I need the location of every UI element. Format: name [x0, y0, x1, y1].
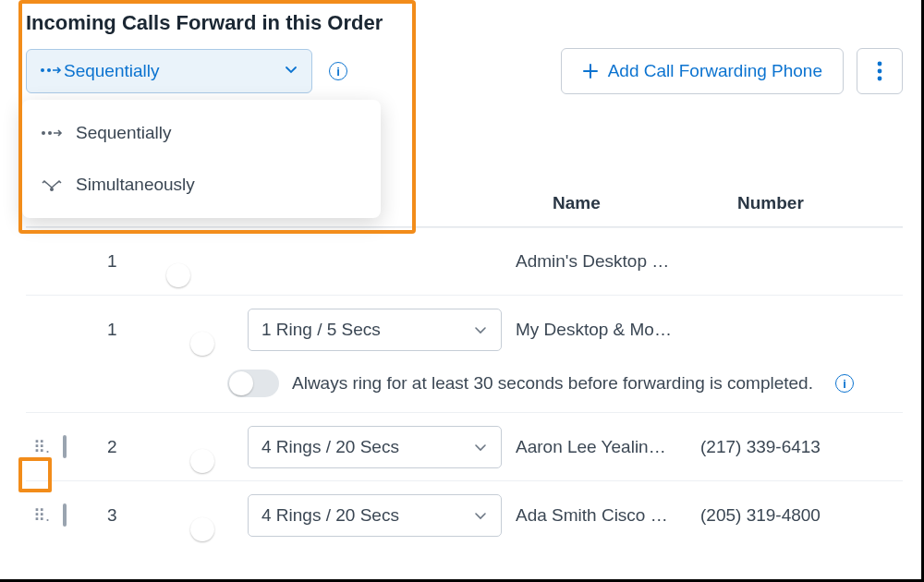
drag-handle[interactable]: ⠿.	[26, 505, 63, 526]
always-info-icon[interactable]: i	[835, 374, 854, 393]
dropdown-option-sequentially[interactable]: Sequentially	[22, 107, 381, 159]
add-call-forwarding-button[interactable]: Add Call Forwarding Phone	[561, 48, 844, 94]
name-cell: Admin's Desktop …	[516, 251, 700, 272]
forward-order-select[interactable]: Sequentially	[26, 49, 312, 93]
chevron-down-icon	[284, 61, 298, 81]
svg-point-7	[50, 188, 54, 191]
table-row: ⠿. 2 4 Rings / 20 Secs Aaron Lee Yealin……	[26, 413, 903, 481]
sequential-icon	[40, 61, 64, 81]
chevron-down-icon	[473, 508, 488, 523]
number-cell: (205) 319-4800	[700, 505, 857, 526]
name-cell: My Desktop & Mo…	[516, 320, 700, 340]
row-checkbox[interactable]	[63, 503, 67, 527]
rings-select[interactable]: 1 Ring / 5 Secs	[248, 309, 502, 351]
table-row: 1 1 Ring / 5 Secs My Desktop & Mo…	[26, 296, 903, 364]
order-cell: 1	[100, 320, 164, 340]
rings-select[interactable]: 4 Rings / 20 Secs	[248, 494, 502, 537]
svg-point-0	[41, 68, 44, 72]
always-ring-label: Always ring for at least 30 seconds befo…	[292, 373, 813, 394]
name-cell: Ada Smith Cisco …	[516, 505, 700, 526]
dropdown-option-label: Simultaneously	[76, 175, 195, 195]
select-value: Sequentially	[64, 61, 284, 81]
svg-point-1	[47, 68, 51, 72]
svg-point-6	[48, 131, 52, 135]
svg-point-4	[878, 77, 882, 81]
kebab-icon	[877, 61, 882, 81]
always-ring-row: Always ring for at least 30 seconds befo…	[26, 364, 903, 413]
add-button-label: Add Call Forwarding Phone	[608, 61, 822, 81]
forward-order-dropdown[interactable]: Sequentially Simultaneously	[22, 100, 381, 218]
order-cell: 1	[100, 251, 164, 272]
col-name: Name	[553, 193, 737, 213]
dropdown-option-simultaneously[interactable]: Simultaneously	[22, 159, 381, 211]
sequential-icon	[41, 127, 63, 139]
svg-point-3	[878, 69, 882, 74]
section-heading: Incoming Calls Forward in this Order	[26, 11, 903, 35]
svg-point-5	[42, 131, 45, 135]
order-cell: 2	[100, 437, 164, 457]
table-row: ⠿. 3 4 Rings / 20 Secs Ada Smith Cisco ……	[26, 481, 903, 550]
table-row: 1 Admin's Desktop …	[26, 227, 903, 296]
simultaneous-icon	[41, 177, 63, 192]
more-actions-button[interactable]	[857, 48, 903, 94]
order-cell: 3	[100, 505, 164, 526]
svg-point-2	[878, 62, 882, 67]
info-icon[interactable]: i	[329, 62, 347, 80]
number-cell: (217) 339-6413	[700, 437, 857, 457]
dropdown-option-label: Sequentially	[76, 123, 172, 143]
always-ring-toggle[interactable]	[227, 370, 279, 397]
name-cell: Aaron Lee Yealin…	[516, 437, 700, 457]
chevron-down-icon	[473, 440, 488, 455]
rings-select[interactable]: 4 Rings / 20 Secs	[248, 426, 502, 468]
row-checkbox[interactable]	[63, 435, 67, 458]
chevron-down-icon	[473, 322, 488, 337]
col-number: Number	[737, 193, 894, 213]
plus-icon	[582, 63, 599, 79]
drag-handle[interactable]: ⠿.	[26, 437, 63, 457]
